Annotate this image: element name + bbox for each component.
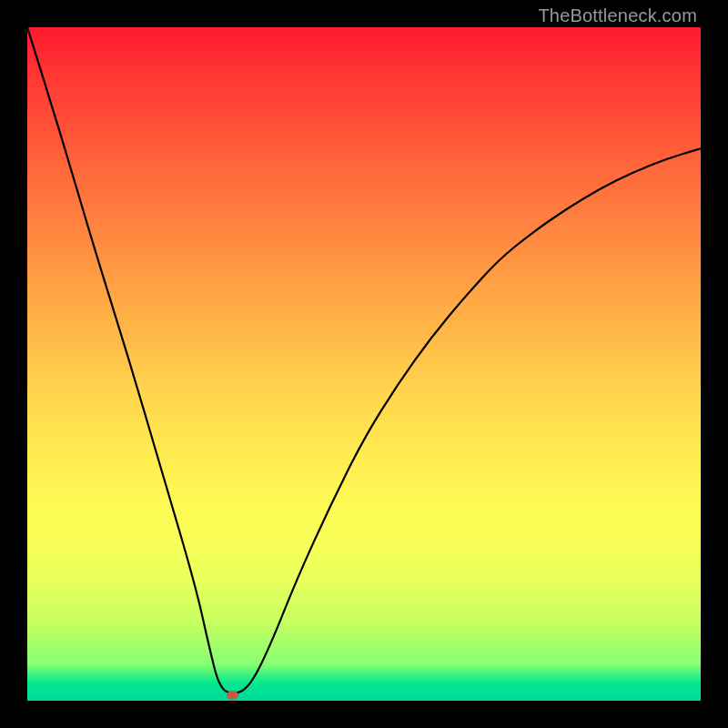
watermark-text: TheBottleneck.com	[538, 5, 697, 26]
bottleneck-curve	[27, 27, 701, 701]
chart-frame: TheBottleneck.com	[0, 0, 728, 728]
plot-area	[27, 27, 701, 701]
